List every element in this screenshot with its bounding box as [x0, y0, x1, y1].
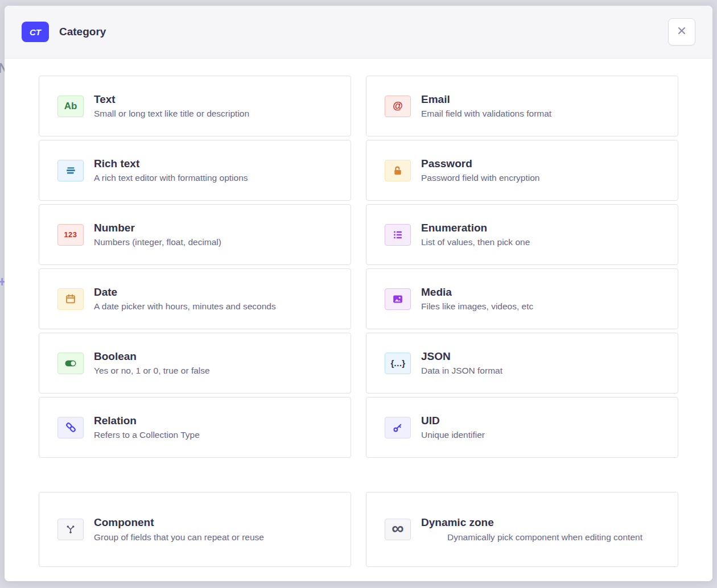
- page-overlay: N + CT Category Ab Text: [0, 0, 717, 588]
- card-title: Enumeration: [421, 221, 669, 235]
- modal-header: CT Category: [5, 6, 712, 59]
- card-description: List of values, then pick one: [421, 237, 669, 248]
- field-card-date[interactable]: Date A date picker with hours, minutes a…: [39, 268, 351, 329]
- card-title: Component: [94, 516, 341, 529]
- advanced-type-grid: Component Group of fields that you can r…: [39, 492, 678, 567]
- infinity-icon: ∞: [385, 519, 411, 540]
- card-description: Dynamically pick component when editing …: [447, 532, 642, 543]
- field-card-uid[interactable]: UID Unique identifier: [366, 397, 678, 458]
- at-sign-icon: @: [385, 96, 411, 117]
- field-card-richtext[interactable]: Rich text A rich text editor with format…: [39, 140, 351, 201]
- field-card-email[interactable]: @ Email Email field with validations for…: [366, 76, 678, 136]
- card-title: Rich text: [94, 157, 341, 171]
- card-description: Password field with encryption: [421, 172, 669, 184]
- card-description: Files like images, videos, etc: [421, 301, 669, 312]
- card-title: Date: [94, 285, 341, 299]
- field-card-password[interactable]: Password Password field with encryption: [366, 140, 678, 201]
- card-description: Unique identifier: [421, 429, 669, 441]
- calendar-icon: [57, 288, 84, 310]
- rich-text-lines-icon: [57, 160, 84, 181]
- field-card-text[interactable]: Ab Text Small or long text like title or…: [39, 76, 351, 136]
- close-button[interactable]: [668, 18, 695, 45]
- field-card-media[interactable]: Media Files like images, videos, etc: [366, 268, 678, 329]
- card-title: Boolean: [94, 350, 341, 363]
- field-type-grid: Ab Text Small or long text like title or…: [39, 76, 678, 458]
- card-title: Relation: [94, 414, 341, 428]
- field-card-dynamic-zone[interactable]: ∞ Dynamic zone Dynamically pick componen…: [366, 492, 678, 567]
- card-description: Refers to a Collection Type: [94, 429, 341, 441]
- ab-text-icon: Ab: [57, 96, 84, 117]
- image-icon: [385, 288, 411, 310]
- card-description: Data in JSON format: [421, 365, 669, 376]
- card-title: Text: [94, 93, 341, 106]
- card-description: Small or long text like title or descrip…: [94, 108, 341, 119]
- card-title: UID: [421, 414, 669, 428]
- number-123-icon: 123: [57, 224, 84, 246]
- modal-title: Category: [59, 26, 106, 38]
- key-icon: [385, 417, 411, 438]
- field-card-json[interactable]: {…} JSON Data in JSON format: [366, 333, 678, 394]
- card-description: Yes or no, 1 or 0, true or false: [94, 365, 341, 376]
- card-description: A date picker with hours, minutes and se…: [94, 301, 341, 312]
- card-title: Dynamic zone: [421, 516, 669, 529]
- open-lock-icon: [385, 160, 411, 181]
- select-field-type-modal: CT Category Ab Text Small or long text l…: [5, 6, 712, 581]
- card-title: Number: [94, 221, 341, 235]
- close-icon: [675, 24, 688, 39]
- toggle-on-icon: [57, 353, 84, 374]
- card-title: Password: [421, 157, 669, 171]
- card-description: Numbers (integer, float, decimal): [94, 237, 341, 248]
- bullet-list-icon: [385, 224, 411, 246]
- field-card-component[interactable]: Component Group of fields that you can r…: [39, 492, 351, 567]
- field-card-boolean[interactable]: Boolean Yes or no, 1 or 0, true or false: [39, 333, 351, 394]
- field-card-relation[interactable]: Relation Refers to a Collection Type: [39, 397, 351, 458]
- component-tree-icon: [57, 519, 84, 540]
- chain-link-icon: [57, 417, 84, 438]
- card-title: Media: [421, 285, 669, 299]
- field-card-number[interactable]: 123 Number Numbers (integer, float, deci…: [39, 204, 351, 265]
- content-type-badge-label: CT: [30, 27, 41, 37]
- field-card-enumeration[interactable]: Enumeration List of values, then pick on…: [366, 204, 678, 265]
- card-title: Email: [421, 93, 669, 106]
- card-description: Group of fields that you can repeat or r…: [94, 532, 341, 543]
- content-type-badge: CT: [22, 22, 49, 42]
- card-description: A rich text editor with formatting optio…: [94, 172, 341, 184]
- card-title: JSON: [421, 350, 669, 363]
- json-braces-icon: {…}: [385, 353, 411, 374]
- card-description: Email field with validations format: [421, 108, 669, 119]
- modal-body: Ab Text Small or long text like title or…: [5, 59, 712, 581]
